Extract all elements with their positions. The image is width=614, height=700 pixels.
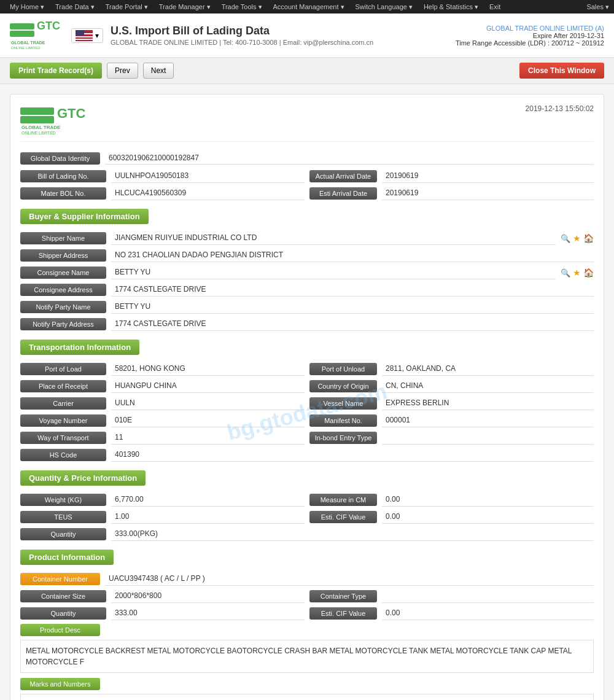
nav-my-home[interactable]: My Home ▾	[5, 0, 49, 14]
nav-exit[interactable]: Exit	[484, 0, 505, 14]
global-data-identity-value: 6003201906210000192847	[105, 152, 594, 165]
top-navigation: My Home ▾ Trade Data ▾ Trade Portal ▾ Tr…	[0, 0, 614, 14]
nav-trade-tools[interactable]: Trade Tools ▾	[217, 0, 267, 14]
place-of-receipt-label: Place of Receipt	[20, 380, 106, 392]
language-flag[interactable]: ▾	[71, 28, 103, 43]
teus-value: 1.00	[111, 510, 305, 524]
country-of-origin-field: Country of Origin CN, CHINA	[309, 379, 594, 393]
svg-text:ONLINE LIMITED: ONLINE LIMITED	[21, 131, 56, 135]
container-number-row: Container Number UACU3947438 ( AC / L / …	[20, 572, 594, 586]
close-button-top[interactable]: Close This Window	[519, 63, 604, 79]
container-number-label: Container Number	[20, 573, 100, 585]
notify-party-address-value: 1774 CASTLEGATE DRIVE	[111, 317, 594, 331]
shipper-star-icon[interactable]: ★	[573, 233, 581, 243]
nav-help-statistics[interactable]: Help & Statistics ▾	[419, 0, 483, 14]
us-flag-icon	[76, 30, 93, 41]
esti-arrival-label: Esti Arrival Date	[309, 187, 377, 200]
way-of-transport-value: 11	[111, 431, 305, 445]
nav-trade-manager[interactable]: Trade Manager ▾	[154, 0, 216, 14]
esti-cif2-value: 0.00	[382, 607, 594, 620]
manifest-no-value: 000001	[382, 414, 594, 427]
actual-arrival-value: 20190619	[382, 169, 594, 183]
product-desc-value: METAL MOTORCYCLE BACKREST METAL MOTORCYC…	[20, 640, 594, 673]
country-of-origin-label: Country of Origin	[309, 380, 377, 392]
esti-cif-field: Esti. CIF Value 0.00	[309, 510, 594, 524]
quantity-value: 333.00(PKG)	[111, 527, 594, 541]
consignee-search-icon[interactable]: 🔍	[561, 268, 570, 278]
port-of-unload-label: Port of Unload	[309, 363, 377, 375]
prev-button-top[interactable]: Prev	[107, 63, 138, 79]
product-section-header: Product Information	[20, 550, 114, 565]
consignee-home-icon[interactable]: 🏠	[583, 268, 594, 278]
master-bol-label: Mater BOL No.	[20, 187, 106, 200]
container-number-value: UACU3947438 ( AC / L / PP )	[105, 572, 594, 586]
consignee-address-value: 1774 CASTLEGATE DRIVE	[111, 283, 594, 297]
next-button-top[interactable]: Next	[143, 63, 174, 79]
svg-text:GTC: GTC	[57, 106, 86, 121]
teus-field: TEUS 1.00	[20, 510, 305, 524]
master-bol-value: HLCUCA4190560309	[111, 187, 305, 200]
port-of-load-value: 58201, HONG KONG	[111, 362, 305, 376]
container-size-type-row: Container Size 2000*806*800 Container Ty…	[20, 589, 594, 603]
svg-text:GTC: GTC	[37, 20, 60, 32]
place-of-receipt-field: Place of Receipt HUANGPU CHINA	[20, 379, 305, 393]
manifest-no-field: Manifest No. 000001	[309, 414, 594, 427]
bol-no-label: Bill of Lading No.	[20, 170, 106, 182]
manifest-no-label: Manifest No.	[309, 414, 377, 427]
transport-inbond-row: Way of Transport 11 In-bond Entry Type	[20, 431, 594, 445]
quantity2-field: Quantity 333.00	[20, 607, 305, 620]
consignee-star-icon[interactable]: ★	[573, 268, 581, 278]
card-header: GLOBAL TRADE ONLINE LIMITED GTC 2019-12-…	[20, 104, 594, 142]
global-data-identity-label: Global Data Identity	[20, 152, 100, 165]
measure-value: 0.00	[382, 493, 594, 507]
port-of-unload-field: Port of Unload 2811, OAKLAND, CA	[309, 362, 594, 376]
port-of-load-label: Port of Load	[20, 363, 106, 375]
way-of-transport-label: Way of Transport	[20, 432, 106, 444]
shipper-name-label: Shipper Name	[20, 232, 106, 244]
svg-rect-0	[10, 23, 34, 29]
marks-numbers-value: CKREST BAR METAL MOTORCYCLE FOOTBOARD ME…	[20, 694, 594, 700]
quantity2-value: 333.00	[111, 607, 305, 620]
bol-no-value: UULNHPOA19050183	[111, 169, 305, 183]
weight-measure-row: Weight (KG) 6,770.00 Measure in CM 0.00	[20, 493, 594, 507]
print-button-top[interactable]: Print Trade Record(s)	[10, 63, 102, 79]
container-size-label: Container Size	[20, 590, 106, 602]
shipper-home-icon[interactable]: 🏠	[583, 233, 594, 243]
bol-arrival-row: Bill of Lading No. UULNHPOA19050183 Actu…	[20, 169, 594, 183]
quantity-label: Quantity	[20, 528, 106, 540]
carrier-value: UULN	[111, 397, 305, 410]
teus-cif-row: TEUS 1.00 Esti. CIF Value 0.00	[20, 510, 594, 524]
carrier-field: Carrier UULN	[20, 397, 305, 410]
quantity2-cif2-row: Quantity 333.00 Esti. CIF Value 0.00	[20, 607, 594, 620]
notify-party-name-label: Notify Party Name	[20, 301, 106, 313]
shipper-address-label: Shipper Address	[20, 249, 106, 262]
marks-numbers-row: Marks and Numbers	[20, 678, 594, 690]
nav-account-management[interactable]: Account Management ▾	[268, 0, 349, 14]
page-header: GLOBAL TRADE ONLINE LIMITED GTC ▾ U.S. I…	[0, 14, 614, 58]
esti-arrival-value: 20190619	[382, 187, 594, 200]
nav-trade-portal[interactable]: Trade Portal ▾	[101, 0, 153, 14]
svg-rect-6	[20, 116, 54, 123]
nav-sales[interactable]: Sales ▾	[586, 3, 609, 11]
voyage-number-label: Voyage Number	[20, 414, 106, 427]
in-bond-entry-value	[382, 431, 594, 445]
product-desc-label: Product Desc	[20, 624, 100, 636]
top-action-bar: Print Trade Record(s) Prev Next Close Th…	[0, 58, 614, 84]
esti-cif-label: Esti. CIF Value	[309, 511, 377, 523]
in-bond-entry-field: In-bond Entry Type	[309, 431, 594, 445]
nav-switch-language[interactable]: Switch Language ▾	[351, 0, 418, 14]
measure-label: Measure in CM	[309, 494, 377, 506]
weight-field: Weight (KG) 6,770.00	[20, 493, 305, 507]
shipper-name-icons: 🔍 ★ 🏠	[561, 233, 594, 243]
header-right: GLOBAL TRADE ONLINE LIMITED (A) Expire A…	[456, 25, 604, 47]
shipper-search-icon[interactable]: 🔍	[561, 234, 570, 243]
company-link[interactable]: GLOBAL TRADE ONLINE LIMITED (A)	[486, 25, 604, 32]
nav-trade-data[interactable]: Trade Data ▾	[50, 0, 99, 14]
hs-code-value: 401390	[111, 448, 594, 462]
consignee-address-row: Consignee Address 1774 CASTLEGATE DRIVE	[20, 283, 594, 297]
svg-rect-1	[10, 31, 34, 37]
esti-cif2-label: Esti. CIF Value	[309, 607, 377, 620]
in-bond-entry-label: In-bond Entry Type	[309, 432, 377, 444]
container-size-field: Container Size 2000*806*800	[20, 589, 305, 603]
ldr-range: Time Range Accessible (LDR) : 200712 ~ 2…	[456, 39, 604, 47]
